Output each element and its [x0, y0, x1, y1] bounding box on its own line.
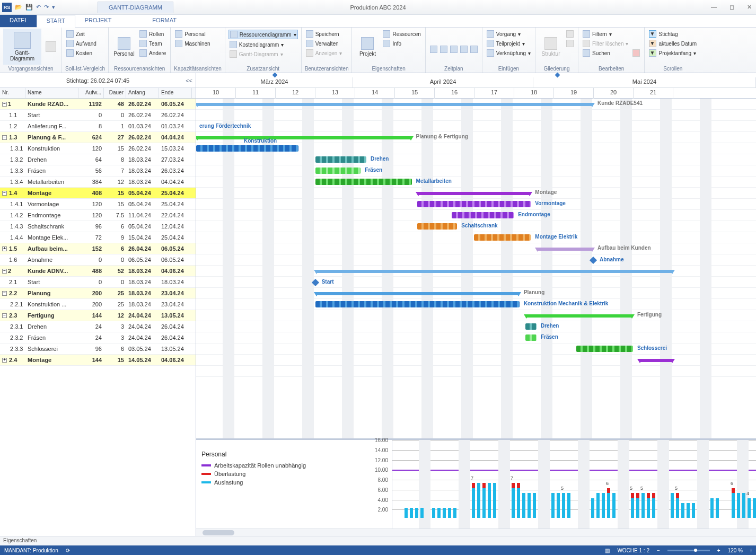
- maximize-button[interactable]: ◻: [727, 4, 736, 11]
- summary-bar[interactable]: [315, 292, 520, 295]
- summary-bar[interactable]: [537, 248, 593, 251]
- resource-bar[interactable]: 4: [748, 498, 751, 518]
- task-bar[interactable]: [525, 334, 537, 341]
- milestone[interactable]: [590, 257, 597, 264]
- zoom-dialog-icon[interactable]: ⁝: [750, 548, 752, 553]
- andere-button[interactable]: Andere: [138, 49, 167, 57]
- tab-start[interactable]: START: [37, 15, 75, 28]
- resource-bar[interactable]: [493, 483, 496, 518]
- resource-bar[interactable]: [517, 483, 520, 518]
- summary-bar[interactable]: [639, 359, 673, 362]
- team-button[interactable]: Team: [138, 39, 167, 48]
- kap-personal-button[interactable]: Personal: [174, 30, 211, 38]
- speichern-button[interactable]: Speichern: [305, 30, 344, 38]
- resource-bar[interactable]: [681, 503, 684, 518]
- close-button[interactable]: ✕: [745, 4, 754, 11]
- task-bar[interactable]: [315, 168, 361, 174]
- filtern-button[interactable]: Filtern ▾: [582, 30, 629, 38]
- table-row[interactable]: +1.5Aufbau beim...152626.04.2406.05.24: [0, 243, 196, 254]
- resource-bar[interactable]: [488, 483, 491, 518]
- vorgang-view-button[interactable]: [43, 29, 58, 65]
- resource-bar[interactable]: [528, 493, 531, 518]
- kosten-button[interactable]: Kosten: [65, 49, 98, 57]
- resource-bar[interactable]: 5: [641, 493, 645, 518]
- resource-bar[interactable]: 6: [732, 488, 735, 518]
- projekt-eig-button[interactable]: Projekt: [355, 29, 380, 65]
- task-bar[interactable]: [525, 323, 537, 330]
- table-row[interactable]: 2.3.3Schlosserei96603.05.2413.05.24: [0, 343, 196, 355]
- table-row[interactable]: 2.1Start0018.03.2418.03.24: [0, 277, 196, 288]
- table-row[interactable]: −1.3Planung & F...6242726.02.2404.04.24: [0, 132, 196, 143]
- zoom-in-icon[interactable]: +: [717, 548, 720, 553]
- task-bar[interactable]: [196, 145, 298, 152]
- refresh-icon[interactable]: ⟳: [66, 548, 70, 553]
- resource-bar[interactable]: [522, 493, 525, 518]
- resource-bar[interactable]: 7: [472, 483, 475, 518]
- horizontal-scrollbar[interactable]: [196, 528, 756, 536]
- projektanfang-button[interactable]: ▼Projektanfang ▾: [648, 49, 698, 57]
- table-row[interactable]: 1.3.3Fräsen56718.03.2426.03.24: [0, 165, 196, 177]
- task-bar[interactable]: [452, 212, 514, 218]
- zoom-out-icon[interactable]: −: [657, 548, 660, 553]
- resource-bar[interactable]: [443, 508, 446, 518]
- resource-bar[interactable]: 5: [676, 493, 679, 518]
- resource-bar[interactable]: [687, 503, 690, 518]
- resource-chart[interactable]: 77565556421: [392, 440, 756, 528]
- task-bar[interactable]: [417, 223, 457, 230]
- personal-button[interactable]: Personal: [112, 29, 136, 65]
- task-bar[interactable]: [315, 301, 520, 307]
- table-row[interactable]: 1.2Anlieferung F...8101.03.2401.03.24: [0, 121, 196, 132]
- loeschen-button[interactable]: [631, 49, 641, 57]
- gl-right-button[interactable]: [565, 39, 575, 48]
- tab-projekt[interactable]: PROJEKT: [75, 15, 122, 27]
- resource-bar[interactable]: 5: [562, 493, 565, 518]
- table-row[interactable]: 1.4.1Vormontage1201505.04.2425.04.24: [0, 199, 196, 210]
- summary-bar[interactable]: [196, 103, 593, 106]
- info-button[interactable]: Info: [382, 39, 421, 48]
- table-row[interactable]: 1.3.4Metallarbeiten3841218.03.2404.04.24: [0, 177, 196, 188]
- expand-icon[interactable]: −: [2, 135, 7, 140]
- table-row[interactable]: +2.4Montage1441514.05.2404.06.24: [0, 355, 196, 366]
- resource-bar[interactable]: [753, 498, 756, 518]
- ressourcendiagramm-button[interactable]: Ressourcendiagramm ▾: [228, 30, 298, 39]
- resource-bar[interactable]: [448, 508, 451, 518]
- zoom-slider[interactable]: [667, 550, 710, 551]
- ressourcen-button[interactable]: Ressourcen: [382, 30, 421, 38]
- summary-bar[interactable]: [315, 270, 673, 273]
- teilprojekt-button[interactable]: Teilprojekt ▾: [486, 39, 532, 48]
- tab-datei[interactable]: DATEI: [0, 15, 37, 27]
- table-row[interactable]: 1.3.2Drehen64818.03.2427.03.24: [0, 154, 196, 165]
- suchen-button[interactable]: Suchen: [582, 49, 629, 57]
- properties-panel-header[interactable]: Eigenschaften: [0, 536, 756, 545]
- summary-bar[interactable]: [525, 314, 633, 318]
- zoom-75[interactable]: [459, 45, 469, 54]
- table-row[interactable]: −1.4Montage4081505.04.2425.04.24: [0, 188, 196, 199]
- table-row[interactable]: −2Kunde ADNV...4885218.03.2404.06.24: [0, 266, 196, 277]
- struktur-button[interactable]: Struktur: [539, 29, 563, 65]
- qat-open-icon[interactable]: 📂: [15, 4, 22, 11]
- verwalten-button[interactable]: Verwalten: [305, 39, 344, 48]
- resource-bar[interactable]: [432, 508, 435, 518]
- tab-format[interactable]: FORMAT: [143, 15, 187, 27]
- vorgang-button[interactable]: Vorgang ▾: [486, 30, 532, 38]
- maschinen-button[interactable]: Maschinen: [174, 39, 211, 48]
- rollen-button[interactable]: Rollen: [138, 30, 167, 38]
- context-tab[interactable]: GANTT-DIAGRAMM: [98, 2, 173, 13]
- resource-bar[interactable]: [420, 508, 424, 518]
- resource-bar[interactable]: [453, 508, 456, 518]
- kostendiagramm-button[interactable]: Kostendiagramm ▾: [228, 40, 298, 49]
- table-row[interactable]: 2.2.1Konstruktion ...2002518.03.2423.04.…: [0, 299, 196, 310]
- zusatz-gantt-button[interactable]: Gantt-Diagramm ▾: [228, 50, 298, 58]
- resource-bar[interactable]: [405, 508, 408, 518]
- zoom-25[interactable]: [439, 45, 449, 54]
- anzeigen-button[interactable]: Anzeigen ▾: [305, 49, 344, 57]
- resource-bar[interactable]: 6: [607, 488, 610, 518]
- task-bar[interactable]: [417, 201, 531, 207]
- stichtag-button[interactable]: ▼Stichtag: [648, 30, 698, 38]
- resource-bar[interactable]: [551, 493, 555, 518]
- col-ende[interactable]: Ende: [159, 88, 192, 98]
- expand-icon[interactable]: −: [2, 102, 7, 107]
- col-name[interactable]: Name: [25, 88, 78, 98]
- qat-redo-icon[interactable]: ↷: [44, 4, 49, 11]
- resource-bar[interactable]: [742, 493, 745, 518]
